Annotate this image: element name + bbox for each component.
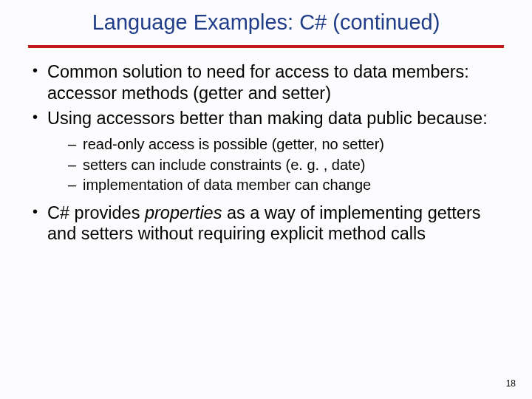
- sub-bullet-3: implementation of data member can change: [68, 176, 510, 195]
- sub-bullet-1: read-only access is possible (getter, no…: [68, 135, 510, 154]
- page-number: 18: [506, 378, 516, 389]
- bullet-item-3: C# provides properties as a way of imple…: [31, 202, 510, 245]
- slide: Language Examples: C# (continued) Common…: [0, 0, 532, 399]
- bullet-item-2-text: Using accessors better than making data …: [47, 109, 488, 128]
- sub-bullet-2: setters can include constraints (e. g. ,…: [68, 156, 510, 175]
- bullet-item-1: Common solution to need for access to da…: [31, 61, 510, 103]
- bullet-3-part-a: C# provides: [47, 203, 145, 222]
- sub-bullet-list: read-only access is possible (getter, no…: [47, 135, 510, 195]
- horizontal-rule: [28, 45, 504, 48]
- bullet-list: Common solution to need for access to da…: [22, 61, 510, 245]
- slide-title: Language Examples: C# (continued): [22, 10, 510, 45]
- bullet-3-italic: properties: [145, 203, 222, 222]
- bullet-item-2: Using accessors better than making data …: [31, 108, 510, 194]
